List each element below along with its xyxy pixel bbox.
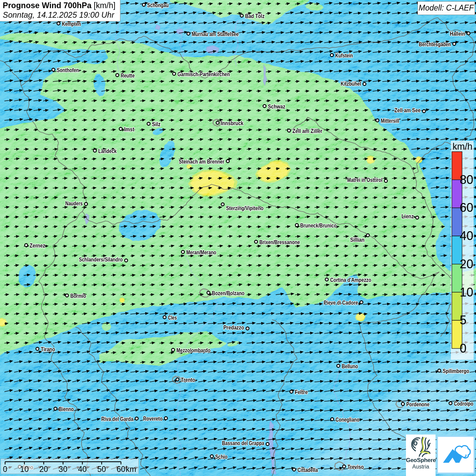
city-label: Spilimbergo <box>443 368 469 374</box>
city-marker <box>163 316 166 319</box>
city-spilimbergo: Spilimbergo <box>438 368 469 374</box>
map-title: Prognose Wind 700hPa [km/h] <box>3 1 120 10</box>
city-marker <box>363 83 366 86</box>
scale-label-0: 0 <box>3 465 7 474</box>
city-label: Sterzing/Vipiteno <box>226 205 264 211</box>
city-marker <box>207 291 210 294</box>
city-label: Bozen/Bolzano <box>212 290 244 296</box>
city-label: Riva del Garda <box>101 416 134 422</box>
city-label: Meran/Merano <box>186 249 216 255</box>
city-marker <box>402 403 405 406</box>
city-bozen-bolzano: Bozen/Bolzano <box>207 290 244 296</box>
city-marker <box>210 455 214 458</box>
city-garmisch-partenkirchen: Garmisch-Partenkirchen <box>173 71 230 77</box>
city-marker <box>246 327 249 330</box>
city-marker <box>288 129 291 132</box>
city-cortina-d-ampezzo: Cortina d'Ampezzo <box>325 277 371 283</box>
city-marker <box>172 348 175 352</box>
city-label: Zernez <box>30 242 45 249</box>
city-label: Predazzo <box>223 324 244 330</box>
city-label: Reutte <box>121 72 135 79</box>
scale-label-30: 30 <box>59 465 68 474</box>
city-label: Imst <box>124 126 134 132</box>
geosphere-logo[interactable]: GeoSphere Austria <box>406 435 436 476</box>
city-label: Feltre <box>295 389 308 395</box>
city-label: Schwaz <box>268 103 285 109</box>
city-berchtesgaden: Berchtesgaden <box>419 41 456 47</box>
city-marker <box>255 240 258 243</box>
city-label: Murnau am Staffelsee <box>192 31 239 37</box>
city-marker <box>295 224 299 227</box>
city-label: Kufstein <box>335 52 353 58</box>
map-title-unit: [km/h] <box>91 1 116 10</box>
city-marker <box>119 128 122 131</box>
city-marker <box>176 378 179 381</box>
city-label: Tirano <box>41 346 55 352</box>
city-marker <box>52 68 55 71</box>
city-marker <box>331 418 334 421</box>
city-marker <box>54 407 57 410</box>
city-label: Pordenone <box>406 401 429 407</box>
city-label: Trento <box>181 377 195 383</box>
legend-value-5: 5 <box>460 313 466 327</box>
city-marker <box>367 234 370 237</box>
city-label: Belluno <box>342 363 358 369</box>
city-marker <box>142 3 146 6</box>
legend-color-bar: km/h806040201050 <box>451 141 476 362</box>
city-label: Zell am See <box>394 107 421 113</box>
city-bassano-del-grappa: Bassano del Grappa <box>222 440 269 446</box>
city-marker <box>173 72 176 75</box>
city-marker <box>57 22 60 25</box>
city-brixen-bressanone: Brixen/Bressanone <box>255 239 300 245</box>
city-marker <box>187 32 190 35</box>
legend-value-10: 10 <box>460 285 473 299</box>
city-marker <box>116 74 119 77</box>
city-marker <box>266 443 269 446</box>
city-marker <box>36 347 39 351</box>
city-label: Mezzolombardo <box>176 347 210 353</box>
city-marker <box>226 160 230 163</box>
city-marker <box>343 465 346 468</box>
city-label: Conegliano <box>336 417 359 423</box>
scale-label-10: 10 <box>20 465 29 474</box>
city-label: Cortina d'Ampezzo <box>330 277 371 283</box>
city-marker <box>325 278 328 281</box>
scale-ruler-canvas: 0102030405060km <box>1 459 138 474</box>
city-marker <box>263 105 266 108</box>
city-pieve-di-cadore: Pieve di Cadore <box>324 300 363 306</box>
contour-lines-icon <box>411 437 431 457</box>
city-label: Cittadella <box>298 467 318 473</box>
city-marker <box>221 203 224 206</box>
scale-unit: km <box>126 465 136 474</box>
city-label: Treviso <box>347 464 364 470</box>
distance-scale-bar: 0102030405060km <box>1 459 139 474</box>
city-marker <box>85 203 88 206</box>
color-legend: km/h806040201050 <box>451 141 474 360</box>
city-matrei-in-osttirol: Matrei in Osttirol <box>347 177 387 183</box>
city-label: Kitzbühel <box>341 81 361 87</box>
city-marker <box>453 42 456 46</box>
model-label-box: Modell: C-LAEF <box>418 1 475 15</box>
city-marker <box>360 301 363 304</box>
city-label: Kempten <box>62 21 81 27</box>
city-marker <box>376 119 379 122</box>
city-marker <box>385 180 388 183</box>
city-murnau-am-staffelsee: Murnau am Staffelsee <box>187 31 239 37</box>
city-label: Bormio <box>70 293 86 299</box>
city-label: Hallein <box>450 31 465 37</box>
city-marker <box>240 14 243 17</box>
scale-ruler <box>5 462 121 464</box>
city-label: Zell am Ziller <box>292 128 322 134</box>
partner-logo[interactable] <box>437 436 475 474</box>
city-marker <box>423 110 426 113</box>
city-label: Mittersill <box>381 118 399 124</box>
city-label: Landeck <box>98 148 117 154</box>
city-marker <box>66 294 69 297</box>
city-marker <box>293 468 296 471</box>
legend-value-20: 20 <box>460 257 473 271</box>
city-marker <box>25 244 28 247</box>
city-label: Berchtesgaden <box>419 41 451 47</box>
wind-map-canvas[interactable]: SchongauBad TölzKemptenMurnau am Staffel… <box>0 0 476 476</box>
city-marker <box>125 259 128 262</box>
map-valid-time: Sonntag, 14.12.2025 19:00 Uhr <box>3 10 120 20</box>
